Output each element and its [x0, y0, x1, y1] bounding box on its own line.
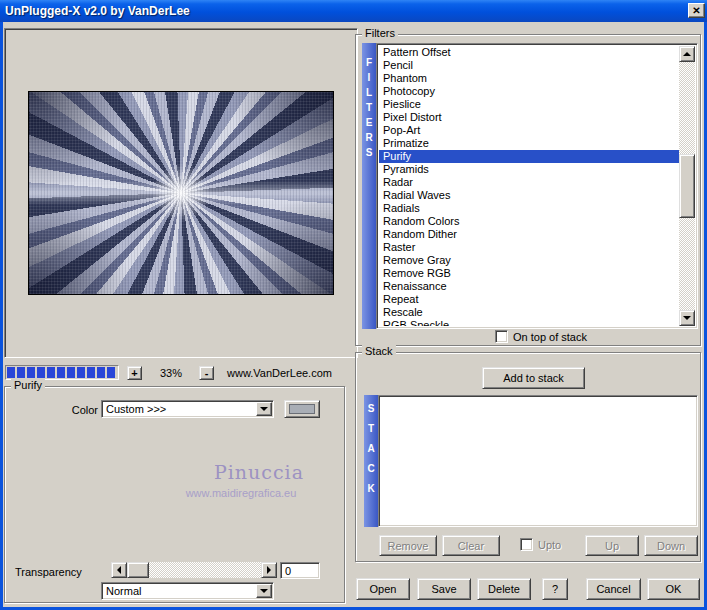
filter-item[interactable]: Rescale: [379, 306, 679, 319]
filters-strip: FILTERS: [362, 43, 376, 329]
filters-legend: Filters: [362, 27, 398, 39]
filter-item[interactable]: Remove Gray: [379, 254, 679, 267]
down-button[interactable]: Down: [644, 535, 698, 556]
filter-item[interactable]: Renaissance: [379, 280, 679, 293]
color-mode-select[interactable]: Custom >>>: [101, 400, 274, 418]
window-title: UnPlugged-X v2.0 by VanDerLee: [0, 4, 190, 18]
filters-strip-label: FILTERS: [364, 57, 375, 329]
stack-panel: Stack Add to stack STACK Remove Clear Up…: [355, 352, 701, 562]
cancel-button[interactable]: Cancel: [586, 578, 641, 600]
filter-item[interactable]: Pop-Art: [379, 124, 679, 137]
titlebar[interactable]: UnPlugged-X v2.0 by VanDerLee ✕: [0, 0, 707, 22]
zoom-out-button[interactable]: -: [199, 366, 214, 380]
filter-item[interactable]: Photocopy: [379, 85, 679, 98]
arrow-down-icon: [683, 316, 691, 320]
plugin-window: UnPlugged-X v2.0 by VanDerLee ✕ + 33% - …: [0, 0, 707, 610]
transparency-value: 0: [285, 565, 291, 577]
filters-list: Pattern OffsetPencilPhantomPhotocopyPies…: [379, 46, 679, 326]
filters-listbox: Pattern OffsetPencilPhantomPhotocopyPies…: [376, 43, 698, 329]
color-mode-value: Custom >>>: [106, 403, 166, 415]
filter-item[interactable]: Radials: [379, 202, 679, 215]
color-dropdown-button[interactable]: [256, 402, 272, 416]
progress-bar: [5, 365, 119, 380]
transparency-scrollbar[interactable]: [111, 562, 277, 578]
progress-fill: [7, 367, 117, 378]
arrow-up-icon: [683, 52, 691, 56]
watermark-title: Pinuccia: [174, 461, 344, 483]
clear-button[interactable]: Clear: [442, 535, 500, 556]
close-icon: ✕: [692, 5, 700, 16]
chevron-down-icon: [260, 589, 268, 593]
filter-item[interactable]: Remove RGB: [379, 267, 679, 280]
arrow-left-icon: [117, 566, 121, 574]
close-button[interactable]: ✕: [688, 3, 705, 18]
save-button[interactable]: Save: [417, 578, 471, 600]
filter-item[interactable]: Pattern Offset: [379, 46, 679, 59]
filter-item[interactable]: Pieslice: [379, 98, 679, 111]
filters-scrollbar-thumb[interactable]: [679, 154, 695, 218]
help-button[interactable]: ?: [542, 578, 568, 600]
chevron-down-icon: [260, 407, 268, 411]
watermark-url: www.maidiregrafica.eu: [141, 487, 341, 499]
open-button[interactable]: Open: [356, 578, 410, 600]
preview-panel: [4, 28, 358, 358]
purify-legend: Purify: [11, 379, 45, 391]
stack-strip-label: STACK: [366, 403, 377, 527]
filter-item[interactable]: Pencil: [379, 59, 679, 72]
color-label: Color: [35, 404, 98, 416]
purify-panel: Purify Color Custom >>> Pinuccia www.mai…: [4, 386, 345, 603]
filter-item[interactable]: Radial Waves: [379, 189, 679, 202]
preview-image[interactable]: [28, 91, 334, 295]
blend-dropdown-button[interactable]: [256, 584, 272, 598]
filter-item[interactable]: Pixel Distort: [379, 111, 679, 124]
blend-mode-value: Normal: [106, 585, 141, 597]
ok-button[interactable]: OK: [647, 578, 700, 600]
zoom-level: 33%: [149, 367, 193, 379]
blend-mode-select[interactable]: Normal: [101, 582, 274, 600]
filter-item[interactable]: Repeat: [379, 293, 679, 306]
filter-item[interactable]: Raster: [379, 241, 679, 254]
remove-button[interactable]: Remove: [379, 535, 437, 556]
website-link[interactable]: www.VanDerLee.com: [227, 367, 332, 379]
on-top-label: On top of stack: [513, 331, 587, 343]
filters-panel: Filters FILTERS Pattern OffsetPencilPhan…: [355, 34, 701, 346]
arrow-right-icon: [267, 566, 271, 574]
filter-item[interactable]: Random Colors: [379, 215, 679, 228]
filter-item[interactable]: Phantom: [379, 72, 679, 85]
stack-list[interactable]: [378, 395, 698, 527]
transparency-scrollbar-thumb[interactable]: [127, 562, 149, 578]
scroll-down-button[interactable]: [679, 310, 695, 326]
scroll-up-button[interactable]: [679, 46, 695, 62]
stack-strip: STACK: [364, 395, 378, 527]
color-swatch: [289, 404, 315, 414]
add-to-stack-button[interactable]: Add to stack: [482, 367, 585, 389]
filter-item[interactable]: Pyramids: [379, 163, 679, 176]
upto-checkbox[interactable]: [520, 538, 533, 551]
scroll-left-button[interactable]: [111, 562, 127, 578]
delete-button[interactable]: Delete: [477, 578, 531, 600]
filter-item[interactable]: Random Dither: [379, 228, 679, 241]
transparency-input[interactable]: 0: [280, 562, 320, 579]
window-content: + 33% - www.VanDerLee.com Purify Color C…: [3, 22, 704, 607]
color-swatch-button[interactable]: [284, 400, 320, 418]
up-button[interactable]: Up: [585, 535, 639, 556]
filters-scrollbar[interactable]: [679, 46, 695, 326]
zoom-in-button[interactable]: +: [127, 366, 142, 380]
filter-item[interactable]: RGB Speckle: [379, 319, 679, 326]
transparency-label: Transparency: [15, 566, 82, 578]
scroll-right-button[interactable]: [261, 562, 277, 578]
stack-legend: Stack: [362, 345, 396, 357]
filter-item[interactable]: Primatize: [379, 137, 679, 150]
upto-label: Upto: [538, 539, 561, 551]
filter-item[interactable]: Radar: [379, 176, 679, 189]
filter-item[interactable]: Purify: [379, 150, 679, 163]
on-top-checkbox[interactable]: [495, 330, 508, 343]
